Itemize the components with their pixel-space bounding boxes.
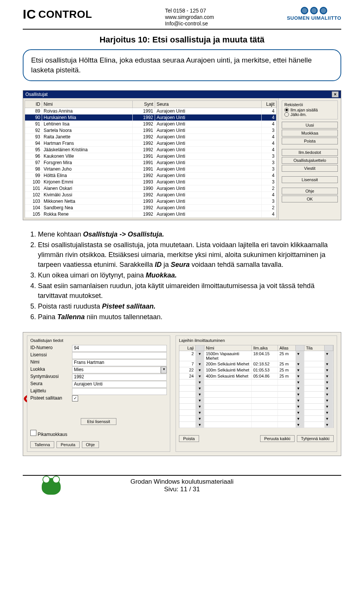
event-row[interactable]: 24▾400m Sekauinti Miehet05:04.8625 m▾▾ <box>179 373 334 379</box>
pikamuokkaus-checkbox[interactable] <box>30 430 36 436</box>
header-rule <box>23 29 341 30</box>
close-icon[interactable]: × <box>332 91 339 97</box>
table-row[interactable]: 91Lehtinen Iisa1992Aurajoen Uinti4 <box>25 121 277 127</box>
lajittelu-field[interactable] <box>72 388 167 395</box>
syntymavuosi-field[interactable]: 1992 <box>72 374 167 381</box>
table-row[interactable]: 103Mikkonen Netta1993Aurajoen Uinti3 <box>25 198 277 205</box>
table-row[interactable]: 95Jääskeläinen Kristiina1992Aurajoen Uin… <box>25 147 277 153</box>
table-header[interactable]: ID Nimi Synt Seura Lajit <box>25 100 277 108</box>
table-row[interactable]: 104Sandberg Nea1992Aurajoen Uinti2 <box>25 205 277 211</box>
table-row[interactable]: 90Hurskainen Miia1992Aurajoen Uinti4 <box>25 114 277 121</box>
tallenna-button[interactable]: Tallenna <box>30 441 54 448</box>
event-row[interactable]: 7▾200m Selkäuinti Miehet02:18.5225 m▾▾ <box>179 361 334 367</box>
table-row[interactable]: 105Rokka Rene1992Aurajoen Uinti4 <box>25 211 277 218</box>
logo-right: SUOMEN UIMALIITTO <box>287 7 341 21</box>
tyhjenna-kaikki-button[interactable]: Tyhjennä kaikki <box>297 435 334 442</box>
right-panel-title: Lajeihin ilmoittautuminen <box>179 338 334 343</box>
ohje-button-2[interactable]: Ohje <box>82 441 99 448</box>
pisteet-checkbox[interactable]: ✓ <box>72 395 78 401</box>
table-row[interactable]: 101Alanen Oskari1990Aurajoen Uinti2 <box>25 185 277 192</box>
luokka-dropdown-icon[interactable]: ▾ <box>161 367 167 373</box>
viestit-button[interactable]: Viestit <box>282 165 338 172</box>
poista-event-button[interactable]: Poista <box>179 435 199 442</box>
peruuta-button[interactable]: Peruuta <box>56 441 80 448</box>
event-row[interactable]: ▾▾▾ <box>179 386 334 392</box>
instruction-list: Mene kohtaan Osallistuja -> Osallistuja.… <box>23 229 341 322</box>
nimi-field[interactable]: Frans Hartman <box>72 359 167 366</box>
contact-block: Tel 0158 - 125 07 www.simgrodan.com Info… <box>165 8 214 27</box>
screenshot-edit-window: Osallistujan tiedot ID-Numero94 Lisenssi… <box>23 332 341 456</box>
table-row[interactable]: 98Virtanen Juho1991Aurajoen Uinti3 <box>25 166 277 172</box>
ok-button[interactable]: OK <box>282 196 338 202</box>
event-row[interactable]: 22▾100m Selkäuinti Miehet01:05.5325 m▾▾ <box>179 367 334 373</box>
event-row[interactable]: ▾▾▾ <box>179 398 334 404</box>
footer: Grodan Windows koulutusmateriaali Sivu: … <box>23 475 341 493</box>
frog-logo-icon <box>38 476 64 495</box>
event-row[interactable]: ▾▾▾ <box>179 422 334 428</box>
table-row[interactable]: 93Raita Janette1992Aurajoen Uinti4 <box>25 134 277 140</box>
peruuta-kaikki-button[interactable]: Peruuta kaikki <box>260 435 295 442</box>
event-row[interactable]: ▾▾▾ <box>179 379 334 386</box>
muokkaa-button[interactable]: Muokkaa <box>282 130 338 136</box>
ohje-button[interactable]: Ohje <box>282 188 338 194</box>
radio-late[interactable]: Jälki-ilm. <box>284 112 335 117</box>
lisenssit-button[interactable]: Lisenssit <box>282 176 338 183</box>
event-row[interactable]: ▾▾▾ <box>179 404 334 410</box>
event-row[interactable]: ▾▾▾ <box>179 416 334 422</box>
register-group: Rekisteröi Ilm.ajan sisällä Jälki-ilm. <box>282 100 338 119</box>
radio-within-time[interactable]: Ilm.ajan sisällä <box>284 108 335 112</box>
uusi-button[interactable]: Uusi <box>282 122 338 129</box>
events-header[interactable]: Laji Nimi Ilm.aika Allas Tila <box>179 345 334 351</box>
table-row[interactable]: 92Sartela Noora1991Aurajoen Uinti3 <box>25 127 277 134</box>
etsi-lisenssit-button[interactable]: Etsi lisenssit <box>81 418 117 425</box>
event-row[interactable]: ▾▾▾ <box>179 392 334 398</box>
table-row[interactable]: 97Forsgren Mira1991Aurajoen Uinti3 <box>25 160 277 166</box>
ilm-tiedostot-button[interactable]: Ilm.tiedostot <box>282 149 338 156</box>
table-row[interactable]: 100Kirjonen Emmi1993Aurajoen Uinti3 <box>25 179 277 185</box>
table-row[interactable]: 94Hartman Frans1992Aurajoen Uinti4 <box>25 140 277 147</box>
event-row[interactable]: 2▾1500m Vapaauinti Miehet18:04.1525 m▾▾ <box>179 351 334 361</box>
table-row[interactable]: 89Roivas Annina1991Aurajoen Uinti4 <box>25 108 277 114</box>
exercise-callout: Etsi osallistuja Höltta Elina, joka edus… <box>23 49 341 81</box>
osallistujaluettelo-button[interactable]: Osallistujaluettelo <box>282 157 338 164</box>
id-field[interactable]: 94 <box>72 345 167 352</box>
table-row[interactable]: 96Kaukonen Ville1991Aurajoen Uinti3 <box>25 153 277 160</box>
logo-left: ICIC CONTROLCONTROL <box>23 7 92 22</box>
poista-button[interactable]: Poista <box>282 138 338 144</box>
seura-field[interactable]: Aurajoen Uinti <box>72 381 167 388</box>
table-row[interactable]: 99Hölttä Elina1992Aurajoen Uinti4 <box>25 172 277 179</box>
page-title: Harjoitus 10: Etsi osallistuja ja muuta … <box>23 35 341 45</box>
lisenssi-field[interactable] <box>72 352 167 359</box>
screenshot-participants-window: Osallistujat × ID Nimi Synt Seura Lajit … <box>23 90 341 220</box>
luokka-field[interactable]: Mies <box>72 367 161 373</box>
window-title: Osallistujat <box>25 92 48 97</box>
event-row[interactable]: ▾▾▾ <box>179 410 334 416</box>
left-panel-title: Osallistujan tiedot <box>30 338 167 343</box>
table-row[interactable]: 102Kivimäki Jussi1992Aurajoen Uinti4 <box>25 192 277 198</box>
